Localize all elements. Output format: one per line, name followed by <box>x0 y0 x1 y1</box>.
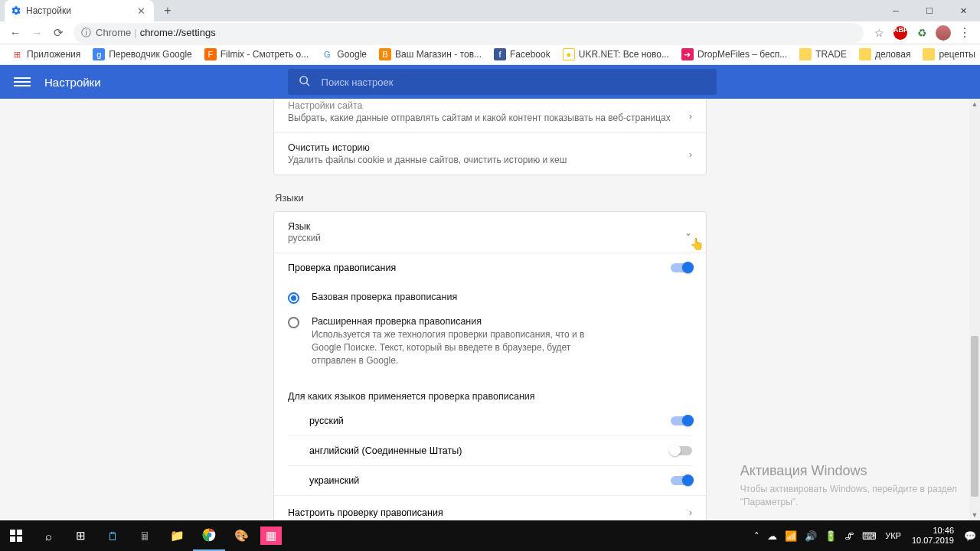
svg-rect-5 <box>17 536 22 542</box>
spellcheck-toggle-row: Проверка правописания <box>274 253 706 282</box>
spellcheck-toggle[interactable] <box>671 263 692 272</box>
bookmark-item[interactable]: рецепты <box>916 44 980 64</box>
translate-icon: g <box>93 48 105 60</box>
bookmark-item[interactable]: FFilmix - Смотреть о... <box>198 44 315 64</box>
address-bar[interactable]: ⓘ Chrome | chrome://settings <box>74 23 864 43</box>
settings-title: Настройки <box>44 76 101 89</box>
close-icon[interactable]: ✕ <box>135 5 148 17</box>
search-icon <box>299 75 311 90</box>
radio-enhanced-spellcheck[interactable]: Расширенная проверка правописания Исполь… <box>288 310 692 373</box>
configure-spellcheck-row[interactable]: Настроить проверку правописания › <box>274 495 706 520</box>
new-tab-button[interactable]: + <box>158 4 177 18</box>
bookmark-item[interactable]: GGoogle <box>315 44 373 64</box>
vertical-scrollbar[interactable]: ▲ ▼ <box>969 99 980 520</box>
wifi-icon[interactable]: 📶 <box>781 530 801 542</box>
folder-icon <box>859 48 871 60</box>
chevron-down-icon: ⌄ <box>684 227 692 238</box>
bookmark-item[interactable]: BВаш Магазин - тов... <box>373 44 488 64</box>
svg-point-0 <box>300 77 307 83</box>
chevron-right-icon: › <box>689 148 692 160</box>
profile-avatar[interactable] <box>934 24 952 42</box>
shop-icon: B <box>379 48 391 60</box>
file-explorer-button[interactable]: 📁 <box>161 520 193 551</box>
system-tray: ˄ ☁ 📶 🔊 🔋 🖇 ⌨ УКР 10:46 10.07.2019 💬 <box>750 520 980 551</box>
dropmefiles-icon: ➜ <box>681 48 694 60</box>
forward-button[interactable]: → <box>26 22 47 44</box>
volume-icon[interactable]: 🔊 <box>801 530 821 542</box>
language-expand-row[interactable]: Язык русский ⌄ <box>274 212 706 253</box>
settings-header: Настройки Поиск настроек <box>0 65 980 99</box>
lang-item-ukrainian: украинский <box>288 465 692 495</box>
facebook-icon: f <box>494 48 506 60</box>
onedrive-icon[interactable]: ☁ <box>763 530 781 542</box>
apps-bookmark[interactable]: ⊞Приложения <box>5 44 87 64</box>
address-path: chrome://settings <box>140 27 216 38</box>
taskbar-app[interactable]: 🎨 <box>225 520 257 551</box>
clock[interactable]: 10:46 10.07.2019 <box>906 526 960 546</box>
recycle-extension-icon[interactable]: ♻ <box>913 24 931 42</box>
taskbar-app[interactable]: 🗒 <box>96 520 129 551</box>
back-button[interactable]: ← <box>5 22 26 44</box>
clear-history-row[interactable]: Очистить историю Удалить файлы cookie и … <box>274 133 706 174</box>
tray-up-icon[interactable]: ˄ <box>750 530 763 542</box>
window-controls: ─ ☐ ✕ <box>879 0 980 21</box>
radio-checked-icon <box>288 292 299 304</box>
abp-extension-icon[interactable]: ABP <box>891 24 910 42</box>
browser-titlebar: Настройки ✕ + ─ ☐ ✕ <box>0 0 980 21</box>
windows-taskbar: ⌕ ⊞ 🗒 🖩 📁 🎨 ▦ ˄ ☁ 📶 🔊 🔋 🖇 ⌨ УКР 10:46 10… <box>0 520 980 551</box>
gear-icon <box>11 5 21 16</box>
spellcheck-languages-label: Для каких языков применяется проверка пр… <box>274 382 706 406</box>
site-settings-row[interactable]: Настройки сайта Выбрать, какие данные от… <box>274 99 706 133</box>
browser-toolbar: ← → ⟳ ⓘ Chrome | chrome://settings ☆ ABP… <box>0 21 980 44</box>
folder-icon <box>923 48 935 60</box>
taskbar-app[interactable]: 🖩 <box>129 520 161 551</box>
start-button[interactable] <box>0 520 32 551</box>
scroll-up-arrow[interactable]: ▲ <box>969 99 980 109</box>
address-host: Chrome <box>96 27 131 38</box>
svg-line-1 <box>306 83 309 86</box>
browser-tab[interactable]: Настройки ✕ <box>5 0 154 21</box>
bookmark-item[interactable]: gПереводчик Google <box>87 44 198 64</box>
spellcheck-languages-list: русский английский (Соединенные Штаты) у… <box>274 406 706 495</box>
chevron-right-icon: › <box>689 507 692 518</box>
search-placeholder: Поиск настроек <box>322 77 394 88</box>
usb-icon[interactable]: 🖇 <box>841 530 858 542</box>
maximize-button[interactable]: ☐ <box>913 0 946 21</box>
lang-english-toggle[interactable] <box>671 446 692 455</box>
notifications-icon[interactable]: 💬 <box>960 530 980 542</box>
bookmark-item[interactable]: деловая <box>853 44 917 64</box>
reload-button[interactable]: ⟳ <box>47 22 69 44</box>
bookmark-item[interactable]: fFacebook <box>488 44 557 64</box>
lang-ukrainian-toggle[interactable] <box>671 476 692 485</box>
filmix-icon: F <box>204 48 217 60</box>
search-button[interactable]: ⌕ <box>32 520 64 551</box>
scroll-down-arrow[interactable]: ▼ <box>969 510 980 520</box>
taskbar-app[interactable]: ▦ <box>260 527 282 545</box>
svg-rect-4 <box>10 536 15 542</box>
input-language[interactable]: УКР <box>880 531 906 540</box>
folder-icon <box>799 48 812 60</box>
settings-search-input[interactable]: Поиск настроек <box>288 69 717 95</box>
scroll-thumb[interactable] <box>971 336 978 497</box>
bookmark-item[interactable]: ●UKR.NET: Все ново... <box>557 44 675 64</box>
lang-russian-toggle[interactable] <box>671 416 692 425</box>
bookmark-item[interactable]: TRADE <box>793 44 853 64</box>
radio-basic-spellcheck[interactable]: Базовая проверка правописания <box>288 285 692 310</box>
task-view-button[interactable]: ⊞ <box>64 520 96 551</box>
browser-menu-button[interactable]: ⋮ <box>956 24 974 42</box>
chrome-taskbar-button[interactable] <box>193 520 225 551</box>
hamburger-menu-icon[interactable] <box>14 77 31 86</box>
bookmarks-bar: ⊞Приложения gПереводчик Google FFilmix -… <box>0 44 980 65</box>
privacy-card: Настройки сайта Выбрать, какие данные от… <box>273 99 707 175</box>
bookmark-item[interactable]: ➜DropMeFiles – бесп... <box>675 44 793 64</box>
svg-rect-2 <box>10 530 15 535</box>
bookmark-star-icon[interactable]: ☆ <box>870 24 888 42</box>
ukrnet-icon: ● <box>563 48 575 60</box>
close-button[interactable]: ✕ <box>946 0 980 21</box>
settings-content: Настройки сайта Выбрать, какие данные от… <box>0 99 980 520</box>
apps-icon: ⊞ <box>11 48 23 60</box>
keyboard-icon[interactable]: ⌨ <box>858 530 880 542</box>
minimize-button[interactable]: ─ <box>879 0 913 21</box>
site-info-icon[interactable]: ⓘ <box>81 26 91 40</box>
battery-icon[interactable]: 🔋 <box>821 530 841 542</box>
